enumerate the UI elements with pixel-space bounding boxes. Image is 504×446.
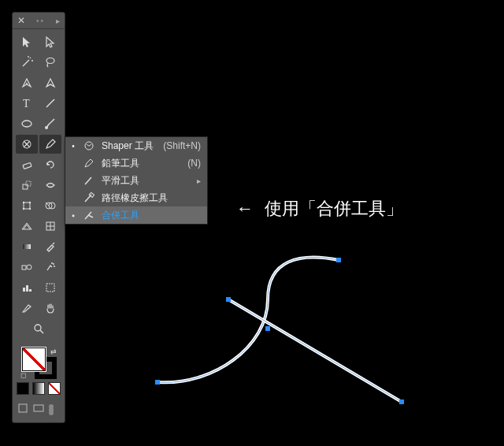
svg-rect-16 [26, 181, 31, 186]
selection-square-icon: ▪ [70, 211, 76, 220]
pencil-tool[interactable] [39, 135, 61, 154]
svg-rect-37 [19, 404, 27, 412]
svg-line-1 [228, 299, 402, 402]
free-transform-tool[interactable] [16, 196, 38, 215]
close-icon[interactable]: ✕ [17, 16, 25, 25]
submenu-arrow-icon: ▸ [197, 177, 201, 185]
default-fill-stroke-icon[interactable]: ◻ [20, 371, 26, 379]
shaper-tool[interactable] [16, 135, 38, 154]
pencil-icon [83, 157, 95, 169]
flyout-label: 路徑橡皮擦工具 [102, 191, 201, 205]
slice-tool[interactable] [16, 299, 38, 318]
fill-swatch[interactable] [22, 348, 46, 371]
path-eraser-icon [83, 191, 95, 204]
pen-tool[interactable] [16, 73, 38, 92]
swap-fill-stroke-icon[interactable]: ⇄ [50, 348, 57, 355]
svg-rect-26 [22, 266, 26, 269]
svg-point-30 [51, 262, 53, 264]
collapse-icon[interactable]: ▸ [56, 17, 60, 25]
tools-panel: ✕ •• ▸ T [12, 12, 65, 423]
svg-rect-2 [155, 380, 160, 385]
hand-tool[interactable] [39, 299, 61, 318]
flyout-label: Shaper 工具 [102, 139, 157, 153]
artboard-tool[interactable] [39, 278, 61, 297]
svg-rect-5 [226, 297, 231, 302]
shaper-icon [83, 139, 95, 152]
check-icon: • [70, 142, 76, 151]
flyout-item-join[interactable]: ▪ 合併工具 [65, 206, 207, 224]
svg-line-36 [40, 330, 43, 333]
draw-mode-icon[interactable] [17, 403, 28, 416]
flyout-item-pencil[interactable]: 鉛筆工具 (N) [65, 154, 207, 172]
zoom-tool[interactable] [16, 319, 61, 338]
svg-rect-34 [46, 284, 54, 292]
direct-selection-tool[interactable] [39, 32, 61, 51]
drag-handle-icon[interactable]: •• [30, 17, 51, 25]
svg-line-10 [46, 99, 54, 107]
panel-header[interactable]: ✕ •• ▸ [13, 13, 65, 29]
gradient-tool[interactable] [16, 237, 38, 256]
panel-footer [13, 398, 65, 422]
svg-text:T: T [23, 98, 30, 110]
color-mode-solid[interactable] [17, 382, 29, 395]
smooth-icon [83, 174, 95, 187]
svg-point-18 [23, 202, 24, 203]
perspective-grid-tool[interactable] [16, 217, 38, 236]
svg-point-7 [46, 58, 54, 64]
line-segment-tool[interactable] [39, 94, 61, 113]
arrow-left-icon: ← [236, 199, 254, 219]
selection-tool[interactable] [16, 32, 38, 51]
svg-rect-17 [24, 203, 30, 209]
lasso-tool[interactable] [39, 53, 61, 72]
annotation-text: 使用「合併工具」 [265, 197, 403, 221]
color-mode-none[interactable] [48, 382, 61, 395]
symbol-sprayer-tool[interactable] [39, 258, 61, 277]
color-mode-gradient[interactable] [32, 382, 45, 395]
mesh-tool[interactable] [39, 217, 61, 236]
svg-point-35 [35, 325, 41, 331]
flyout-label: 合併工具 [102, 209, 201, 222]
flyout-item-shaper[interactable]: • Shaper 工具 (Shift+N) [65, 137, 207, 154]
svg-point-12 [45, 126, 48, 129]
svg-rect-14 [23, 162, 32, 169]
tool-grid: T [13, 29, 65, 343]
color-swatch-block: ⇄ ◻ [13, 343, 65, 398]
flyout-item-smooth[interactable]: 平滑工具 ▸ [65, 172, 207, 189]
svg-rect-4 [336, 258, 341, 262]
width-tool[interactable] [39, 176, 61, 195]
annotation: ← 使用「合併工具」 [236, 197, 403, 221]
svg-point-19 [29, 202, 31, 203]
svg-point-27 [27, 265, 32, 269]
svg-point-21 [29, 208, 31, 210]
shape-builder-tool[interactable] [39, 196, 61, 215]
svg-point-11 [22, 121, 32, 127]
paintbrush-tool[interactable] [39, 114, 61, 133]
rotate-tool[interactable] [39, 155, 61, 174]
flyout-label: 鉛筆工具 [102, 157, 181, 170]
ellipse-tool[interactable] [16, 114, 38, 133]
svg-line-0 [228, 299, 402, 402]
blend-tool[interactable] [16, 258, 38, 277]
scale-tool[interactable] [16, 176, 38, 195]
svg-rect-15 [23, 184, 28, 189]
svg-rect-33 [29, 289, 32, 292]
eraser-tool[interactable] [16, 155, 38, 174]
type-tool[interactable]: T [16, 94, 38, 113]
svg-rect-32 [26, 285, 28, 292]
column-graph-tool[interactable] [16, 278, 38, 297]
fill-stroke-swatch[interactable]: ⇄ ◻ [20, 348, 57, 379]
svg-rect-38 [34, 405, 43, 411]
magic-wand-tool[interactable] [16, 53, 38, 72]
svg-rect-31 [23, 288, 25, 292]
svg-rect-3 [265, 326, 270, 331]
more-options-icon[interactable] [49, 407, 54, 412]
eyedropper-tool[interactable] [39, 237, 61, 256]
svg-point-28 [53, 263, 54, 265]
flyout-shortcut: (Shift+N) [163, 140, 201, 151]
flyout-shortcut: (N) [187, 158, 201, 169]
curvature-tool[interactable] [39, 73, 61, 92]
flyout-item-path-eraser[interactable]: 路徑橡皮擦工具 [65, 189, 207, 206]
screen-mode-icon[interactable] [33, 403, 44, 416]
join-icon [83, 209, 95, 221]
pencil-tool-flyout: • Shaper 工具 (Shift+N) 鉛筆工具 (N) 平滑工具 ▸ 路徑… [65, 136, 208, 225]
